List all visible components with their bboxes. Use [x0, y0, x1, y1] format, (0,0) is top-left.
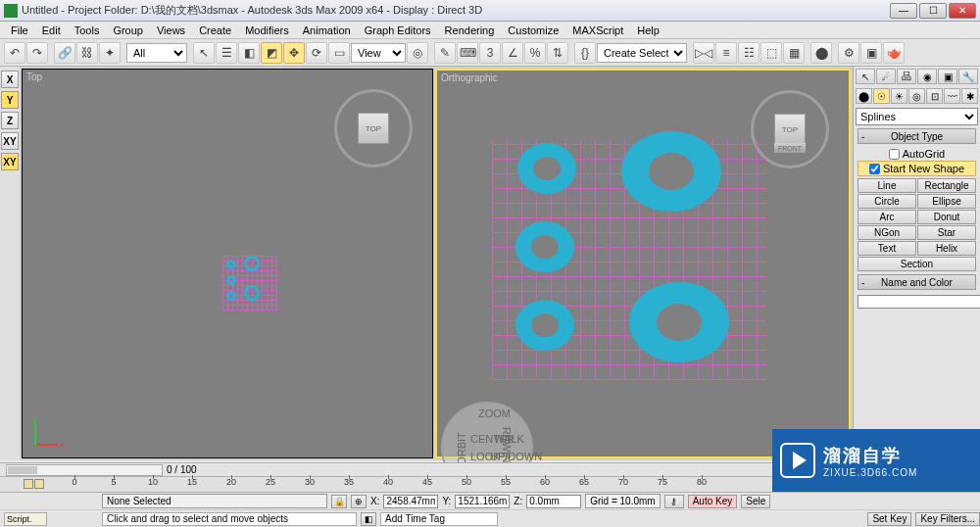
undo-button[interactable]: ↶	[4, 42, 25, 64]
section-button[interactable]: Section	[858, 257, 976, 271]
transform-type-in-button[interactable]: ⊕	[351, 495, 367, 508]
display-tab[interactable]: ▣	[938, 69, 957, 84]
ref-coord-dropdown[interactable]: View	[351, 43, 406, 63]
z-coord-input[interactable]	[526, 495, 581, 508]
viewcube-face[interactable]: TOP	[774, 114, 806, 145]
select-and-move-button[interactable]: ✥	[283, 42, 305, 64]
ellipse-button[interactable]: Ellipse	[917, 194, 976, 209]
set-key-button[interactable]: Set Key	[867, 512, 911, 526]
rectangle-button[interactable]: Rectangle	[917, 178, 976, 193]
link-button[interactable]: 🔗	[54, 42, 75, 64]
key-filters-button[interactable]: Key Filters...	[915, 512, 980, 526]
window-minimize-button[interactable]: —	[890, 3, 917, 19]
menu-customize[interactable]: Customize	[501, 24, 565, 36]
redo-button[interactable]: ↷	[26, 42, 48, 64]
viewcube-face[interactable]: TOP	[358, 113, 389, 144]
donut-button[interactable]: Donut	[917, 210, 976, 224]
menu-maxscript[interactable]: MAXScript	[565, 24, 630, 36]
constrain-plane-button[interactable]: XY	[1, 153, 19, 170]
systems-button[interactable]: ✱	[961, 88, 978, 104]
category-dropdown[interactable]: Splines	[856, 108, 978, 125]
viewport-top[interactable]: Top TOP xy	[22, 69, 433, 458]
hierarchy-tab[interactable]: 品	[897, 69, 916, 84]
spacewarps-button[interactable]: 〰	[944, 88, 960, 104]
autogrid-checkbox[interactable]	[889, 149, 900, 160]
x-coord-input[interactable]	[383, 495, 438, 508]
arc-button[interactable]: Arc	[858, 210, 916, 224]
trackbar-toggle-icon[interactable]	[24, 479, 33, 489]
auto-key-button[interactable]: Auto Key	[688, 495, 738, 508]
modify-tab[interactable]: ☄	[876, 69, 896, 84]
select-and-rotate-button[interactable]: ⟳	[306, 42, 327, 64]
select-and-scale-button[interactable]: ▭	[328, 42, 350, 64]
lights-button[interactable]: ☀	[891, 88, 907, 104]
text-button[interactable]: Text	[858, 241, 916, 256]
comm-center-button[interactable]: ◧	[361, 512, 376, 526]
rollout-name-color[interactable]: Name and Color	[858, 274, 976, 290]
window-crossing-button[interactable]: ◩	[261, 42, 282, 64]
menu-file[interactable]: File	[4, 24, 35, 36]
mirror-button[interactable]: ▷◁	[693, 42, 714, 64]
circle-button[interactable]: Circle	[858, 194, 916, 209]
rendered-frame-button[interactable]: ▣	[860, 42, 882, 64]
menu-edit[interactable]: Edit	[35, 24, 68, 36]
y-coord-input[interactable]	[455, 495, 510, 508]
selection-region-button[interactable]: ◧	[238, 42, 260, 64]
viewcube-front[interactable]: FRONT	[774, 143, 806, 153]
line-button[interactable]: Line	[858, 178, 916, 193]
snap-toggle-button[interactable]: 3	[479, 42, 501, 64]
menu-rendering[interactable]: Rendering	[438, 24, 502, 36]
helix-button[interactable]: Helix	[917, 241, 976, 256]
render-button[interactable]: 🫖	[883, 42, 905, 64]
motion-tab[interactable]: ◉	[917, 69, 937, 84]
key-mode-button[interactable]: ⚷	[664, 495, 684, 508]
star-button[interactable]: Star	[917, 225, 976, 240]
viewcube[interactable]: TOP	[334, 89, 413, 168]
constrain-xy-button[interactable]: XY	[1, 132, 19, 150]
shapes-button[interactable]: ☉	[873, 88, 890, 104]
angle-snap-button[interactable]: ∠	[502, 42, 523, 64]
rollout-object-type[interactable]: Object Type	[858, 128, 976, 144]
keyboard-shortcut-button[interactable]: ⌨	[457, 42, 478, 64]
spinner-snap-button[interactable]: ⇅	[547, 42, 568, 64]
selection-filter-dropdown[interactable]: All	[126, 43, 187, 63]
align-button[interactable]: ≡	[715, 42, 737, 64]
unlink-button[interactable]: ⛓	[76, 42, 98, 64]
menu-grapheditors[interactable]: Graph Editors	[358, 24, 438, 36]
scrollbar-thumb[interactable]	[8, 466, 37, 474]
constrain-z-button[interactable]: Z	[1, 112, 19, 129]
viewport-scrollbar[interactable]	[6, 464, 163, 476]
time-tag-input[interactable]: Add Time Tag	[380, 512, 498, 526]
selection-lock-button[interactable]: 🔒	[331, 495, 347, 508]
menu-help[interactable]: Help	[630, 24, 666, 36]
curve-editor-button[interactable]: ⬚	[760, 42, 782, 64]
menu-create[interactable]: Create	[192, 24, 238, 36]
select-by-name-button[interactable]: ☰	[216, 42, 237, 64]
layer-manager-button[interactable]: ☷	[738, 42, 760, 64]
viewport-orthographic[interactable]: Orthographic TOP FRONT .big-ring:nth-chi…	[435, 69, 851, 458]
menu-group[interactable]: Group	[106, 24, 150, 36]
cameras-button[interactable]: ◎	[908, 88, 925, 104]
constrain-x-button[interactable]: X	[1, 71, 19, 88]
constrain-y-button[interactable]: Y	[1, 91, 19, 109]
render-setup-button[interactable]: ⚙	[838, 42, 859, 64]
helpers-button[interactable]: ⊡	[926, 88, 943, 104]
manipulate-button[interactable]: ✎	[434, 42, 456, 64]
create-tab[interactable]: ↖	[856, 69, 875, 84]
menu-modifiers[interactable]: Modifiers	[238, 24, 296, 36]
trackbar-curve-icon[interactable]	[34, 479, 44, 489]
schematic-view-button[interactable]: ▦	[783, 42, 805, 64]
menu-animation[interactable]: Animation	[296, 24, 358, 36]
window-close-button[interactable]: ✕	[949, 3, 976, 19]
percent-snap-button[interactable]: %	[524, 42, 546, 64]
bind-spacewarp-button[interactable]: ✦	[99, 42, 121, 64]
window-maximize-button[interactable]: ☐	[919, 3, 947, 19]
start-new-shape-checkbox[interactable]	[869, 164, 880, 174]
edit-named-sets-button[interactable]: {}	[574, 42, 596, 64]
select-object-button[interactable]: ↖	[193, 42, 215, 64]
named-selection-dropdown[interactable]: Create Selection Set	[597, 43, 687, 63]
selected-filter[interactable]: Sele	[741, 495, 770, 508]
menu-tools[interactable]: Tools	[68, 24, 107, 36]
menu-views[interactable]: Views	[150, 24, 192, 36]
material-editor-button[interactable]: ⬤	[810, 42, 832, 64]
